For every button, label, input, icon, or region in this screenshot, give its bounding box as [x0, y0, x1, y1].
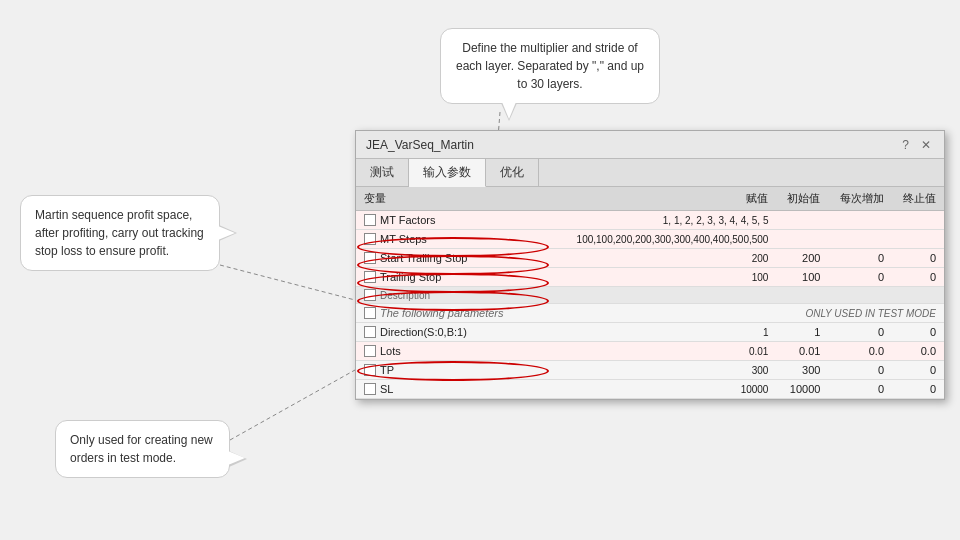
- table-row-label: Lots: [356, 342, 556, 361]
- top-callout: Define the multiplier and stride of each…: [440, 28, 660, 104]
- table-row-label: MT Steps: [356, 230, 556, 249]
- table-row-step: [828, 211, 892, 230]
- table-row-label: MT Factors: [356, 211, 556, 230]
- table-row-value: 100,100,200,200,300,300,400,400,500,500: [556, 230, 776, 249]
- table-row-step: 0: [828, 361, 892, 380]
- table-row-end: 0: [892, 249, 944, 268]
- table-row-value: [556, 287, 944, 304]
- table-row-value: 1: [556, 323, 776, 342]
- table-row-value: 100: [556, 268, 776, 287]
- table-row-initial: 1: [776, 323, 828, 342]
- table-row-end: 0: [892, 268, 944, 287]
- row-checkbox[interactable]: [364, 214, 376, 226]
- close-button[interactable]: ✕: [918, 138, 934, 152]
- table-row-label: Description: [356, 287, 556, 304]
- table-row-label: SL: [356, 380, 556, 399]
- col-header-value: 赋值: [556, 187, 776, 211]
- params-table-container: 变量 赋值 初始值 每次增加 终止值 MT Fa: [356, 187, 944, 399]
- table-row-initial: 200: [776, 249, 828, 268]
- table-row-step: 0: [828, 268, 892, 287]
- col-header-variable: 变量: [356, 187, 556, 211]
- table-row-step: [828, 230, 892, 249]
- col-header-initial: 初始值: [776, 187, 828, 211]
- table-row-initial: 0.01: [776, 342, 828, 361]
- dialog-controls: ? ✕: [899, 138, 934, 152]
- bottom-callout: Only used for creating new orders in tes…: [55, 420, 230, 478]
- table-row-step: 0: [828, 380, 892, 399]
- tab-test[interactable]: 测试: [356, 159, 409, 186]
- left-callout-text: Martin sequence profit space, after prof…: [35, 208, 204, 258]
- table-row-step: 0: [828, 249, 892, 268]
- table-row-value: 0.01: [556, 342, 776, 361]
- table-row-label: Start Trailing Stop: [356, 249, 556, 268]
- dialog-title: JEA_VarSeq_Martin: [366, 138, 474, 152]
- table-row-step: 0: [828, 323, 892, 342]
- row-checkbox[interactable]: [364, 383, 376, 395]
- svg-line-1: [220, 265, 355, 300]
- row-checkbox[interactable]: [364, 233, 376, 245]
- row-checkbox[interactable]: [364, 326, 376, 338]
- tab-input-params[interactable]: 输入参数: [409, 159, 486, 187]
- help-button[interactable]: ?: [899, 138, 912, 152]
- row-checkbox[interactable]: [364, 289, 376, 301]
- top-callout-text: Define the multiplier and stride of each…: [456, 41, 644, 91]
- table-row-initial: 100: [776, 268, 828, 287]
- table-row-end: 0.0: [892, 342, 944, 361]
- col-header-end: 终止值: [892, 187, 944, 211]
- table-row-initial: 10000: [776, 380, 828, 399]
- row-checkbox[interactable]: [364, 364, 376, 376]
- table-row-label: Trailing Stop: [356, 268, 556, 287]
- table-row-end: 0: [892, 380, 944, 399]
- table-row-label: The following parameters: [356, 304, 556, 323]
- table-row-value: 300: [556, 361, 776, 380]
- row-checkbox[interactable]: [364, 307, 376, 319]
- table-row-end: [892, 211, 944, 230]
- table-row-end: [892, 230, 944, 249]
- table-row-initial: 300: [776, 361, 828, 380]
- tab-bar: 测试 输入参数 优化: [356, 159, 944, 187]
- table-row-value: 10000: [556, 380, 776, 399]
- table-row-end: 0: [892, 323, 944, 342]
- table-row-label: Direction(S:0,B:1): [356, 323, 556, 342]
- row-checkbox[interactable]: [364, 252, 376, 264]
- svg-line-2: [230, 370, 355, 440]
- table-row-initial: [776, 211, 828, 230]
- table-row-value: ONLY USED IN TEST MODE: [556, 304, 944, 323]
- left-callout: Martin sequence profit space, after prof…: [20, 195, 220, 271]
- dialog-titlebar: JEA_VarSeq_Martin ? ✕: [356, 131, 944, 159]
- table-row-step: 0.0: [828, 342, 892, 361]
- row-checkbox[interactable]: [364, 345, 376, 357]
- dialog-window: JEA_VarSeq_Martin ? ✕ 测试 输入参数 优化 变量: [355, 130, 945, 400]
- params-table: 变量 赋值 初始值 每次增加 终止值 MT Fa: [356, 187, 944, 399]
- col-header-step: 每次增加: [828, 187, 892, 211]
- table-row-value: 1, 1, 2, 2, 3, 3, 4, 4, 5, 5: [556, 211, 776, 230]
- tab-optimize[interactable]: 优化: [486, 159, 539, 186]
- table-row-label: TP: [356, 361, 556, 380]
- table-row-value: 200: [556, 249, 776, 268]
- table-row-end: 0: [892, 361, 944, 380]
- row-checkbox[interactable]: [364, 271, 376, 283]
- table-row-initial: [776, 230, 828, 249]
- bottom-callout-text: Only used for creating new orders in tes…: [70, 433, 213, 465]
